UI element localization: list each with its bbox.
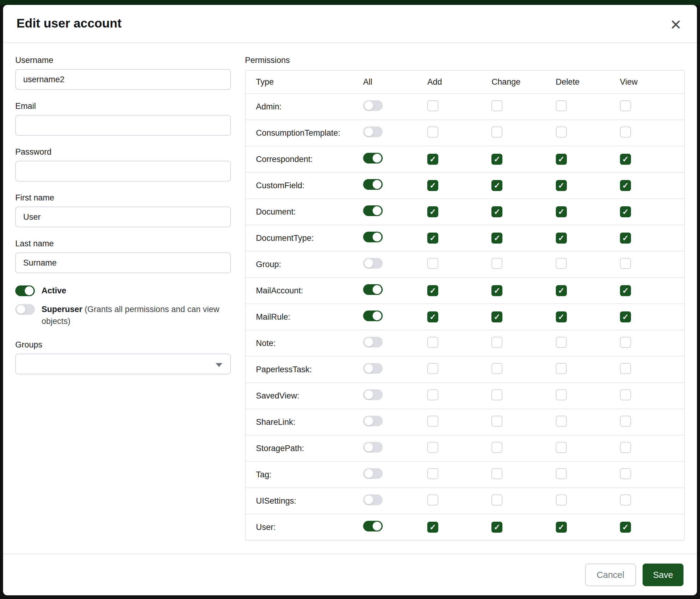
- permission-all-toggle[interactable]: [363, 416, 383, 426]
- username-input[interactable]: [15, 69, 231, 90]
- permission-view-checkbox[interactable]: [620, 337, 631, 348]
- permission-add-checkbox[interactable]: [427, 363, 438, 374]
- active-row: Active: [15, 285, 231, 297]
- permission-change-checkbox[interactable]: [492, 468, 502, 479]
- permission-delete-checkbox[interactable]: [556, 495, 567, 505]
- permission-change-checkbox[interactable]: [492, 258, 502, 269]
- permission-add-checkbox[interactable]: [427, 100, 438, 111]
- permission-all-toggle[interactable]: [363, 179, 383, 190]
- permission-view-checkbox[interactable]: [620, 522, 631, 533]
- permission-delete-checkbox[interactable]: [556, 442, 567, 453]
- permission-all-toggle[interactable]: [363, 468, 383, 479]
- permission-view-checkbox[interactable]: [620, 126, 631, 138]
- modal-header: Edit user account ✕: [3, 5, 697, 43]
- permission-view-checkbox[interactable]: [620, 495, 631, 505]
- permission-view-checkbox[interactable]: [620, 233, 631, 244]
- permission-view-checkbox[interactable]: [620, 258, 631, 269]
- permission-view-checkbox[interactable]: [620, 154, 631, 165]
- permission-delete-checkbox[interactable]: [556, 154, 567, 165]
- permission-all-toggle[interactable]: [363, 126, 383, 137]
- permission-all-toggle[interactable]: [363, 232, 383, 242]
- cancel-button[interactable]: Cancel: [585, 564, 636, 586]
- permission-delete-checkbox[interactable]: [556, 180, 567, 191]
- permission-delete-checkbox[interactable]: [556, 363, 567, 374]
- permission-all-toggle[interactable]: [363, 363, 383, 374]
- permission-view-checkbox[interactable]: [620, 285, 631, 296]
- permission-all-toggle[interactable]: [363, 521, 383, 531]
- permission-change-checkbox[interactable]: [492, 206, 502, 217]
- permission-add-checkbox[interactable]: [427, 258, 438, 269]
- permission-add-checkbox[interactable]: [427, 285, 438, 296]
- permission-add-checkbox[interactable]: [427, 495, 438, 505]
- email-field[interactable]: [15, 115, 231, 136]
- permission-view-checkbox[interactable]: [620, 311, 631, 322]
- permission-add-checkbox[interactable]: [427, 154, 438, 165]
- close-button[interactable]: ✕: [668, 17, 683, 33]
- permission-view-checkbox[interactable]: [620, 468, 631, 479]
- permission-delete-checkbox[interactable]: [556, 206, 567, 217]
- permission-change-checkbox[interactable]: [492, 126, 502, 138]
- permission-change-checkbox[interactable]: [492, 233, 502, 244]
- permission-add-checkbox[interactable]: [427, 206, 438, 217]
- permission-add-checkbox[interactable]: [427, 389, 438, 400]
- permission-add-checkbox[interactable]: [427, 442, 438, 453]
- permission-change-checkbox[interactable]: [492, 311, 502, 322]
- permission-delete-checkbox[interactable]: [556, 258, 567, 269]
- permission-delete-checkbox[interactable]: [556, 285, 567, 296]
- permission-delete-checkbox[interactable]: [556, 311, 567, 322]
- permission-delete-checkbox[interactable]: [556, 468, 567, 479]
- permission-delete-checkbox[interactable]: [556, 337, 567, 348]
- permission-change-checkbox[interactable]: [492, 154, 502, 165]
- permission-delete-checkbox[interactable]: [556, 522, 567, 533]
- permission-view-checkbox[interactable]: [620, 389, 631, 400]
- table-row: Admin:: [246, 93, 684, 119]
- permission-add-checkbox[interactable]: [427, 416, 438, 427]
- permission-add-checkbox[interactable]: [427, 468, 438, 479]
- permission-add-checkbox[interactable]: [427, 233, 438, 244]
- permission-view-checkbox[interactable]: [620, 363, 631, 374]
- permission-all-toggle[interactable]: [363, 206, 383, 216]
- permission-add-checkbox[interactable]: [427, 180, 438, 191]
- first-name-input[interactable]: [15, 207, 231, 227]
- permission-add-checkbox[interactable]: [427, 522, 438, 533]
- permission-delete-checkbox[interactable]: [556, 126, 567, 138]
- permission-change-checkbox[interactable]: [492, 100, 502, 111]
- active-toggle[interactable]: [15, 285, 35, 296]
- permission-view-checkbox[interactable]: [620, 100, 631, 111]
- permission-all-toggle[interactable]: [363, 442, 383, 453]
- permission-all-toggle[interactable]: [363, 389, 383, 400]
- permission-all-toggle[interactable]: [363, 311, 383, 321]
- password-field[interactable]: [15, 161, 231, 182]
- permission-all-toggle[interactable]: [363, 337, 383, 348]
- permission-change-checkbox[interactable]: [492, 363, 502, 374]
- permission-add-checkbox[interactable]: [427, 126, 438, 138]
- permission-change-checkbox[interactable]: [492, 495, 502, 505]
- permission-view-checkbox[interactable]: [620, 416, 631, 427]
- permission-add-checkbox[interactable]: [427, 311, 438, 322]
- permission-change-checkbox[interactable]: [492, 522, 502, 533]
- save-button[interactable]: Save: [643, 564, 683, 586]
- permission-delete-checkbox[interactable]: [556, 100, 567, 111]
- table-row: Tag:: [246, 461, 684, 487]
- permission-change-checkbox[interactable]: [492, 285, 502, 296]
- permission-change-checkbox[interactable]: [492, 337, 502, 348]
- permission-view-checkbox[interactable]: [620, 180, 631, 191]
- permission-view-checkbox[interactable]: [620, 442, 631, 453]
- permission-all-toggle[interactable]: [363, 258, 383, 269]
- permission-change-checkbox[interactable]: [492, 180, 502, 191]
- groups-select[interactable]: [15, 354, 231, 375]
- permission-all-toggle[interactable]: [363, 153, 383, 164]
- superuser-toggle[interactable]: [15, 304, 35, 315]
- permission-delete-checkbox[interactable]: [556, 389, 567, 400]
- permission-delete-checkbox[interactable]: [556, 416, 567, 427]
- permission-all-toggle[interactable]: [363, 100, 383, 111]
- permission-all-toggle[interactable]: [363, 284, 383, 295]
- permission-delete-checkbox[interactable]: [556, 233, 567, 244]
- permission-add-checkbox[interactable]: [427, 337, 438, 348]
- permission-view-checkbox[interactable]: [620, 206, 631, 217]
- permission-change-checkbox[interactable]: [492, 389, 502, 400]
- permission-change-checkbox[interactable]: [492, 416, 502, 427]
- permission-change-checkbox[interactable]: [492, 442, 502, 453]
- last-name-input[interactable]: [15, 253, 231, 273]
- permission-all-toggle[interactable]: [363, 495, 383, 505]
